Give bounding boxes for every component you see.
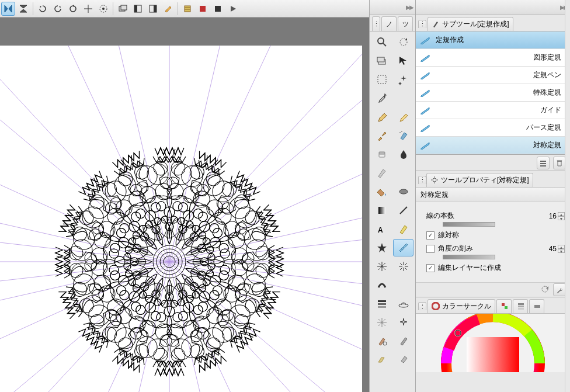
zoom-fit-button[interactable] xyxy=(96,2,110,16)
object-select-tool[interactable] xyxy=(393,52,413,70)
tool-property-tabs: ⋮ ツールプロパティ[対称定規] xyxy=(416,171,569,188)
subtool-panel-header[interactable]: ▶▶ xyxy=(416,0,569,15)
airbrush-tool[interactable] xyxy=(393,127,413,144)
ruler-icon xyxy=(420,89,431,97)
tab-tool[interactable]: ツ xyxy=(398,16,413,31)
angle-slider[interactable] xyxy=(443,255,495,259)
ruler-tool[interactable] xyxy=(393,239,413,256)
subtool-item-special-ruler[interactable]: 特殊定規 xyxy=(416,84,569,102)
subtool-item-symmetry-ruler[interactable]: 対称定規 xyxy=(416,137,569,154)
color-circle-body[interactable] xyxy=(416,314,569,372)
pencil-tool[interactable] xyxy=(393,108,413,126)
reset-rotation-button[interactable] xyxy=(66,2,80,16)
svg-point-77 xyxy=(399,304,408,307)
tab-brush[interactable]: ノ xyxy=(381,16,397,31)
pen-tool[interactable] xyxy=(371,108,392,126)
subtool-list: 定規作成 図形定規 定規ペン 特殊定規 ガイド パース定規 xyxy=(416,32,569,155)
edit-layer-checkbox[interactable]: ✓ xyxy=(426,264,435,272)
tool-property-handle[interactable]: ⋮ xyxy=(418,176,426,184)
transform-button[interactable] xyxy=(161,2,175,16)
subtool-tab-main[interactable]: サブツール[定規作成] xyxy=(427,17,513,31)
right-panels: ▶▶ ⋮ ノ ツ A xyxy=(369,0,570,392)
move-pattern-tool[interactable] xyxy=(371,351,392,369)
subtool-item-shape-ruler[interactable]: 図形定規 xyxy=(416,49,569,67)
prop-line-symmetry-row[interactable]: ✓ 線対称 xyxy=(426,230,565,240)
new-window-button[interactable] xyxy=(116,2,130,16)
correction-tool[interactable] xyxy=(371,332,392,350)
empty-2 xyxy=(393,164,413,182)
property-reset-icon[interactable] xyxy=(540,285,550,296)
move-layer-tool[interactable] xyxy=(371,52,392,70)
record-button[interactable] xyxy=(196,2,210,16)
tool-property-tab[interactable]: ツールプロパティ[対称定規] xyxy=(426,173,533,187)
balloon-tool[interactable] xyxy=(393,220,413,238)
panel-tool[interactable] xyxy=(371,239,392,256)
color-tab-2[interactable] xyxy=(496,299,512,313)
lines-up[interactable]: ▲ xyxy=(558,212,565,216)
lines-stepper[interactable]: 16 ▲▼ xyxy=(540,212,565,220)
sparkle-tool[interactable] xyxy=(393,314,413,331)
rotate-cw-button[interactable] xyxy=(51,2,65,16)
hat-tool[interactable] xyxy=(393,295,413,313)
view-right-button[interactable] xyxy=(146,2,160,16)
contour-tool[interactable] xyxy=(371,202,392,219)
color-tab-4[interactable] xyxy=(529,299,544,313)
3d-tool[interactable] xyxy=(393,351,413,369)
saturated-line-tool[interactable] xyxy=(371,258,392,275)
color-tab[interactable]: カラーサークル xyxy=(427,299,495,313)
angle-up[interactable]: ▲ xyxy=(558,245,565,249)
canvas[interactable] xyxy=(0,46,362,392)
angle-stepper[interactable]: 45 ▲▼ xyxy=(540,245,565,253)
color-handle[interactable]: ⋮ xyxy=(418,302,426,310)
subtool-actions xyxy=(416,155,569,171)
gradient-tool[interactable] xyxy=(393,183,413,200)
subtool-handle[interactable]: ⋮ xyxy=(418,20,426,28)
eraser-tool[interactable] xyxy=(371,145,392,163)
text-tool[interactable]: A xyxy=(371,220,392,238)
color-tab-3[interactable] xyxy=(513,299,528,313)
crosshair-button[interactable] xyxy=(81,2,95,16)
rotate-ccw-button[interactable] xyxy=(36,2,50,16)
angle-down[interactable]: ▼ xyxy=(558,249,565,253)
subtool-item-guide[interactable]: ガイド xyxy=(416,102,569,119)
flip-vertical-button[interactable] xyxy=(16,2,30,16)
wand-tool[interactable] xyxy=(393,71,413,88)
svg-point-86 xyxy=(433,178,436,182)
marquee-tool[interactable] xyxy=(371,71,392,88)
rotate-view-tool[interactable] xyxy=(393,33,413,51)
mesh-tool[interactable] xyxy=(371,314,392,331)
blend-tool[interactable] xyxy=(393,145,413,163)
lines-down[interactable]: ▼ xyxy=(558,216,565,220)
archive-button[interactable] xyxy=(180,2,194,16)
prop-edit-layer-row[interactable]: ✓ 編集レイヤーに作成 xyxy=(426,263,565,273)
flip-horizontal-button[interactable] xyxy=(1,2,15,16)
stream-line-tool[interactable] xyxy=(393,258,413,275)
line-tool[interactable] xyxy=(393,202,413,219)
brush-tool[interactable] xyxy=(371,127,392,144)
ruler-icon xyxy=(420,141,431,150)
angle-step-checkbox[interactable] xyxy=(426,245,435,253)
eyedropper-tool[interactable] xyxy=(371,89,392,107)
subtool-delete-button[interactable] xyxy=(553,157,566,169)
zoom-tool[interactable] xyxy=(371,33,392,51)
stop-button[interactable] xyxy=(211,2,225,16)
subtool-menu-button[interactable] xyxy=(537,157,550,169)
view-left-button[interactable] xyxy=(131,2,145,16)
lines-slider[interactable] xyxy=(443,222,495,227)
linework-tool[interactable] xyxy=(371,276,392,294)
line-symmetry-checkbox[interactable]: ✓ xyxy=(426,231,435,240)
grab-tool[interactable] xyxy=(393,332,413,350)
svg-rect-51 xyxy=(379,152,385,154)
subtool-item-perspective-ruler[interactable]: パース定規 xyxy=(416,119,569,137)
tool-palette-header[interactable]: ▶▶ xyxy=(370,0,415,15)
subtool-item-ruler-pen[interactable]: 定規ペン xyxy=(416,67,569,84)
tool-tabs-handle[interactable]: ⋮ xyxy=(372,16,380,31)
play-button[interactable] xyxy=(226,2,240,16)
property-wrench-button[interactable] xyxy=(553,283,566,296)
divide-tool[interactable] xyxy=(371,295,392,313)
svg-rect-97 xyxy=(518,303,524,305)
subtool-item-create-ruler[interactable]: 定規作成 xyxy=(416,32,569,49)
fill-tool[interactable] xyxy=(371,183,392,200)
blur-tool[interactable] xyxy=(371,164,392,182)
color-wheel-icon xyxy=(432,302,440,310)
